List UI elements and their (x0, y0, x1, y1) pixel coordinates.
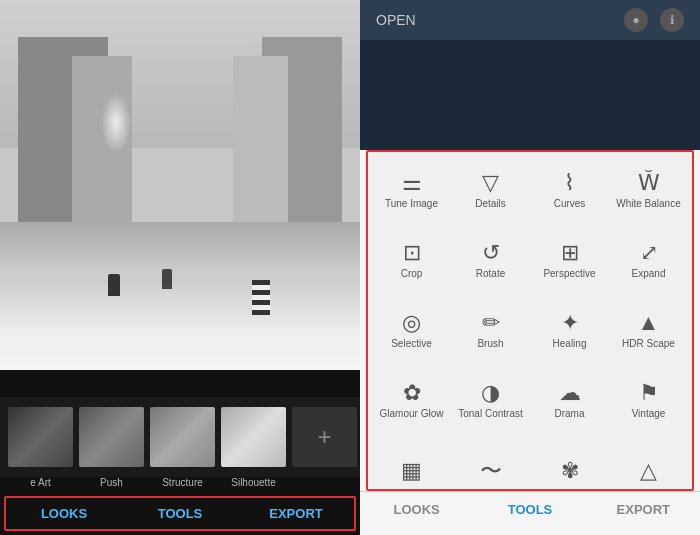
brush-label: Brush (477, 338, 503, 350)
left-panel: + e Art Push Structure Silhouette LOOKS … (0, 0, 360, 535)
vintage-icon: ⚑ (639, 382, 659, 404)
drama-icon: ☁ (559, 382, 581, 404)
healing-label: Healing (553, 338, 587, 350)
thumb-structure[interactable] (150, 407, 215, 467)
crop-icon: ⊡ (403, 242, 421, 264)
right-nav-export[interactable]: EXPORT (587, 492, 700, 535)
tool-item-tool-18[interactable]: 〜 (451, 436, 530, 491)
thumb-art[interactable] (8, 407, 73, 467)
left-bottom: + e Art Push Structure Silhouette LOOKS … (0, 370, 360, 535)
thumbnails-row: + (0, 397, 360, 477)
left-nav-tools[interactable]: TOOLS (122, 498, 238, 529)
rotate-label: Rotate (476, 268, 505, 280)
tool-item-details[interactable]: ▽Details (451, 156, 530, 226)
tool-item-rotate[interactable]: ↺Rotate (451, 226, 530, 296)
thumb-push[interactable] (79, 407, 144, 467)
glamour-glow-label: Glamour Glow (380, 408, 444, 420)
left-nav-export[interactable]: EXPORT (238, 498, 354, 529)
hdr-scape-icon: ▲ (638, 312, 660, 334)
selective-label: Selective (391, 338, 432, 350)
thumb-labels-row: e Art Push Structure Silhouette (0, 477, 360, 492)
drama-label: Drama (554, 408, 584, 420)
tool-item-tune-image[interactable]: ⚌Tune Image (372, 156, 451, 226)
tool-item-perspective[interactable]: ⊞Perspective (530, 226, 609, 296)
crop-label: Crop (401, 268, 423, 280)
tool-item-vintage[interactable]: ⚑Vintage (609, 366, 688, 436)
healing-icon: ✦ (561, 312, 579, 334)
tools-grid: ⚌Tune Image▽Details⌇CurvesW̆White Balanc… (368, 152, 692, 491)
tool-item-tool-17[interactable]: ▦ (372, 436, 451, 491)
details-label: Details (475, 198, 506, 210)
tool-19-icon: ✾ (561, 460, 579, 482)
thumb-label-art: e Art (8, 477, 73, 488)
tune-image-icon: ⚌ (402, 172, 422, 194)
tool-item-tonal-contrast[interactable]: ◑Tonal Contrast (451, 366, 530, 436)
curves-label: Curves (554, 198, 586, 210)
perspective-icon: ⊞ (561, 242, 579, 264)
brush-icon: ✏ (482, 312, 500, 334)
tonal-contrast-label: Tonal Contrast (458, 408, 522, 420)
tool-item-selective[interactable]: ◎Selective (372, 296, 451, 366)
thumb-label-silhouette: Silhouette (221, 477, 286, 488)
thumb-silhouette[interactable] (221, 407, 286, 467)
white-balance-icon: W̆ (638, 172, 660, 194)
rotate-icon: ↺ (482, 242, 500, 264)
bottom-nav-left: LOOKS TOOLS EXPORT (4, 496, 356, 531)
expand-label: Expand (632, 268, 666, 280)
vintage-label: Vintage (632, 408, 666, 420)
tool-item-healing[interactable]: ✦Healing (530, 296, 609, 366)
tool-item-glamour-glow[interactable]: ✿Glamour Glow (372, 366, 451, 436)
tools-grid-container: ⚌Tune Image▽Details⌇CurvesW̆White Balanc… (366, 150, 694, 491)
perspective-label: Perspective (543, 268, 595, 280)
header-icons: ● ℹ (624, 8, 684, 32)
bottom-nav-right: LOOKS TOOLS EXPORT (360, 491, 700, 535)
photo-canvas (0, 0, 360, 370)
dark-preview-area (360, 40, 700, 150)
thumb-label-push: Push (79, 477, 144, 488)
thumb-label-structure: Structure (150, 477, 215, 488)
tool-item-white-balance[interactable]: W̆White Balance (609, 156, 688, 226)
left-nav-looks[interactable]: LOOKS (6, 498, 122, 529)
right-nav-tools[interactable]: TOOLS (473, 492, 586, 535)
right-header: OPEN ● ℹ (360, 0, 700, 40)
tool-20-icon: △ (640, 460, 657, 482)
tool-item-drama[interactable]: ☁Drama (530, 366, 609, 436)
tool-item-tool-19[interactable]: ✾ (530, 436, 609, 491)
open-label: OPEN (376, 12, 416, 28)
tool-item-brush[interactable]: ✏Brush (451, 296, 530, 366)
white-balance-label: White Balance (616, 198, 680, 210)
details-icon: ▽ (482, 172, 499, 194)
photo-area (0, 0, 360, 370)
tool-item-curves[interactable]: ⌇Curves (530, 156, 609, 226)
tonal-contrast-icon: ◑ (481, 382, 500, 404)
tool-item-hdr-scape[interactable]: ▲HDR Scape (609, 296, 688, 366)
right-panel: OPEN ● ℹ ⚌Tune Image▽Details⌇CurvesW̆Whi… (360, 0, 700, 535)
thumb-add-button[interactable]: + (292, 407, 357, 467)
tune-image-label: Tune Image (385, 198, 438, 210)
header-icon-1[interactable]: ● (624, 8, 648, 32)
right-nav-looks[interactable]: LOOKS (360, 492, 473, 535)
tool-17-icon: ▦ (401, 460, 422, 482)
tool-item-crop[interactable]: ⊡Crop (372, 226, 451, 296)
tool-item-tool-20[interactable]: △ (609, 436, 688, 491)
glamour-glow-icon: ✿ (403, 382, 421, 404)
tool-item-expand[interactable]: ⤢Expand (609, 226, 688, 296)
tool-18-icon: 〜 (480, 460, 502, 482)
curves-icon: ⌇ (564, 172, 575, 194)
header-icon-2[interactable]: ℹ (660, 8, 684, 32)
hdr-scape-label: HDR Scape (622, 338, 675, 350)
selective-icon: ◎ (402, 312, 421, 334)
expand-icon: ⤢ (640, 242, 658, 264)
